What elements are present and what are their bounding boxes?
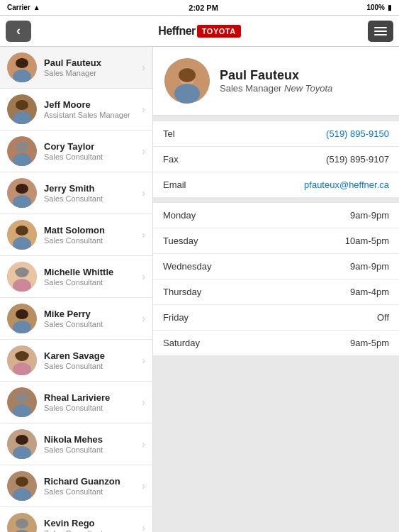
tel-label: Tel bbox=[163, 128, 175, 139]
list-item[interactable]: Kevin Rego Sales Consultant › bbox=[0, 507, 152, 532]
list-item-name: Matt Solomon bbox=[44, 225, 142, 237]
list-item-info: Paul Fauteux Sales Manager bbox=[44, 57, 142, 78]
avatar bbox=[7, 513, 37, 532]
menu-bar-2 bbox=[374, 31, 387, 32]
avatar bbox=[7, 429, 37, 459]
schedule-hours: 9am-5pm bbox=[350, 338, 389, 348]
svg-point-60 bbox=[179, 68, 196, 82]
list-item-name: Richard Guanzon bbox=[44, 476, 142, 488]
svg-point-10 bbox=[16, 142, 28, 152]
schedule-day: Wednesday bbox=[163, 261, 211, 272]
back-button[interactable]: ‹ bbox=[6, 21, 31, 42]
list-item-info: Cory Taylor Sales Consultant bbox=[44, 141, 142, 162]
list-item[interactable]: Mike Perry Sales Consultant › bbox=[0, 298, 152, 340]
list-item-info: Richard Guanzon Sales Consultant bbox=[44, 476, 142, 497]
list-item[interactable]: Jerry Smith Sales Consultant › bbox=[0, 172, 152, 214]
list-item-info: Karen Savage Sales Consultant bbox=[44, 350, 142, 371]
detail-role-extra: New Toyota bbox=[284, 83, 332, 94]
svg-point-61 bbox=[174, 84, 200, 104]
list-item-role: Sales Consultant bbox=[44, 362, 142, 370]
list-item-info: Kevin Rego Sales Consultant bbox=[44, 518, 142, 532]
chevron-right-icon: › bbox=[142, 62, 145, 73]
schedule-day: Saturday bbox=[163, 338, 200, 348]
chevron-right-icon: › bbox=[142, 271, 145, 282]
schedule-hours: 9am-9pm bbox=[350, 210, 389, 221]
list-item-name: Cory Taylor bbox=[44, 141, 142, 153]
list-item-role: Sales Manager bbox=[44, 69, 142, 77]
svg-point-2 bbox=[16, 58, 28, 68]
schedule-section: Monday 9am-9pm Tuesday 10am-5pm Wednesda… bbox=[153, 203, 399, 355]
list-item-name: Jerry Smith bbox=[44, 183, 142, 195]
detail-name: Paul Fauteux bbox=[220, 68, 332, 83]
svg-point-23 bbox=[15, 268, 29, 275]
list-item[interactable]: Matt Solomon Sales Consultant › bbox=[0, 214, 152, 256]
list-item[interactable]: Nikola Mehes Sales Consultant › bbox=[0, 423, 152, 465]
detail-avatar bbox=[164, 58, 210, 104]
menu-button[interactable] bbox=[368, 21, 393, 42]
schedule-day: Tuesday bbox=[163, 235, 198, 246]
chevron-right-icon: › bbox=[142, 187, 145, 199]
fax-row: Fax (519) 895-9107 bbox=[153, 147, 399, 172]
svg-point-18 bbox=[16, 226, 28, 235]
svg-point-6 bbox=[16, 100, 28, 110]
list-item-name: Karen Savage bbox=[44, 350, 142, 362]
list-item-role: Sales Consultant bbox=[44, 194, 142, 203]
svg-point-44 bbox=[16, 477, 28, 487]
list-item-info: Michelle Whittle Sales Consultant bbox=[44, 267, 142, 287]
main-layout: Paul Fauteux Sales Manager › Jeff Moore … bbox=[0, 47, 399, 532]
fax-value: (519) 895-9107 bbox=[326, 154, 389, 165]
list-item-role: Sales Consultant bbox=[44, 278, 142, 287]
status-time: 2:02 PM bbox=[40, 4, 367, 12]
avatar bbox=[7, 94, 37, 124]
list-item-role: Sales Consultant bbox=[44, 153, 142, 161]
avatar bbox=[7, 220, 37, 250]
svg-point-40 bbox=[16, 435, 28, 445]
chevron-right-icon: › bbox=[142, 104, 145, 115]
avatar bbox=[7, 136, 37, 166]
detail-header: Paul Fauteux Sales Manager New Toyota bbox=[153, 47, 399, 116]
list-item[interactable]: Rheal Lariviere Sales Consultant › bbox=[0, 382, 152, 423]
list-item[interactable]: Michelle Whittle Sales Consultant › bbox=[0, 256, 152, 298]
carrier-text: Carrier bbox=[7, 4, 30, 11]
menu-bar-1 bbox=[374, 27, 387, 28]
schedule-row: Thursday 9am-4pm bbox=[153, 279, 399, 305]
list-item[interactable]: Karen Savage Sales Consultant › bbox=[0, 340, 152, 382]
avatar bbox=[7, 52, 37, 82]
detail-role-text: Sales Manager bbox=[220, 83, 281, 94]
svg-point-36 bbox=[16, 393, 28, 403]
schedule-hours: 9am-9pm bbox=[350, 261, 389, 272]
tel-value[interactable]: (519) 895-9150 bbox=[326, 128, 389, 139]
list-item-name: Michelle Whittle bbox=[44, 267, 142, 279]
status-right: 100% ▮ bbox=[366, 4, 392, 11]
schedule-day: Thursday bbox=[163, 287, 201, 297]
schedule-hours: 10am-5pm bbox=[345, 235, 389, 246]
svg-point-32 bbox=[15, 352, 29, 359]
status-left: Carrier ▲ bbox=[7, 4, 40, 11]
list-item[interactable]: Jeff Moore Assistant Sales Manager › bbox=[0, 89, 152, 131]
avatar bbox=[7, 387, 37, 417]
avatar bbox=[7, 304, 37, 333]
status-bar: Carrier ▲ 2:02 PM 100% ▮ bbox=[0, 0, 399, 16]
list-item[interactable]: Cory Taylor Sales Consultant › bbox=[0, 131, 152, 172]
wifi-icon: ▲ bbox=[33, 4, 40, 11]
detail-panel: Paul Fauteux Sales Manager New Toyota Te… bbox=[153, 47, 399, 532]
list-item-role: Assistant Sales Manager bbox=[44, 111, 142, 119]
email-row: Email pfauteux@heffner.ca bbox=[153, 172, 399, 197]
heffner-logo-text: Heffner bbox=[158, 25, 196, 38]
list-item-info: Mike Perry Sales Consultant bbox=[44, 309, 142, 329]
schedule-hours: Off bbox=[377, 312, 389, 323]
schedule-hours: 9am-4pm bbox=[350, 287, 389, 297]
list-item[interactable]: Paul Fauteux Sales Manager › bbox=[0, 47, 152, 89]
schedule-row: Tuesday 10am-5pm bbox=[153, 228, 399, 254]
list-item-name: Kevin Rego bbox=[44, 518, 142, 530]
schedule-day: Friday bbox=[163, 312, 189, 323]
list-item-name: Nikola Mehes bbox=[44, 434, 142, 446]
list-item-role: Sales Consultant bbox=[44, 236, 142, 245]
tel-row: Tel (519) 895-9150 bbox=[153, 121, 399, 147]
detail-role: Sales Manager New Toyota bbox=[220, 83, 332, 94]
list-item[interactable]: Richard Guanzon Sales Consultant › bbox=[0, 465, 152, 507]
chevron-right-icon: › bbox=[142, 145, 145, 157]
chevron-right-icon: › bbox=[142, 229, 145, 240]
email-value[interactable]: pfauteux@heffner.ca bbox=[304, 179, 389, 190]
back-icon: ‹ bbox=[16, 23, 21, 38]
